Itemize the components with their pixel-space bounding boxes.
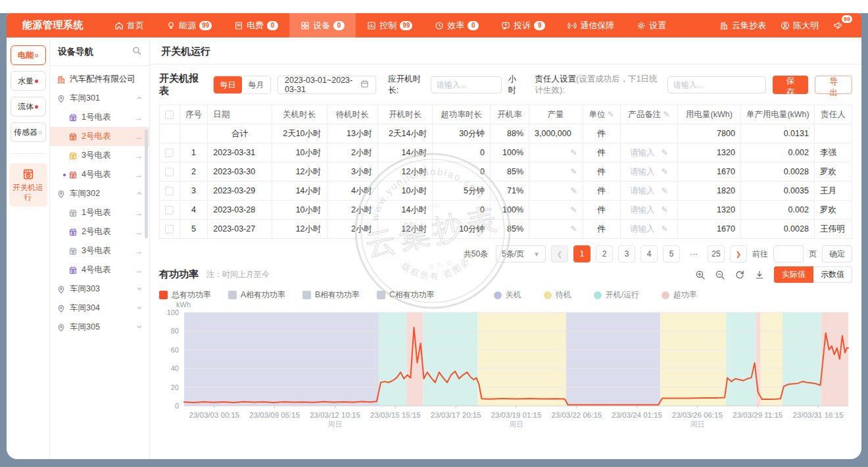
tree-meter-车间302-1号电表[interactable]: 1号电表→ [50,203,149,222]
page-ellipsis[interactable]: ··· [685,245,702,262]
page-button-2[interactable]: 2 [596,245,613,262]
sidebar-tab-传感器[interactable]: 传感器 [11,122,46,142]
tree-meter-车间302-3号电表[interactable]: 3号电表→ [50,241,149,260]
edit-icon[interactable]: ✎ [571,186,577,195]
row-checkbox[interactable] [165,206,174,214]
prev-page-button[interactable]: ❮ [551,245,568,262]
next-page-button[interactable]: ❯ [730,245,747,262]
goto-page-input[interactable] [773,245,804,262]
tree-meter-车间302-2号电表[interactable]: 2号电表→ [50,222,149,241]
legend-series-B相有功功率[interactable]: B相有功功率 [302,289,360,301]
arrow-right-icon[interactable]: → [135,170,143,180]
tree-group-车间302[interactable]: 车间302 [50,184,149,203]
user-entry[interactable]: 陈大明 [781,20,819,32]
tree-meter-车间301-4号电表[interactable]: 4号电表→ [50,165,149,184]
sidebar-item-switch-run[interactable]: 开关机运行 [9,163,47,207]
summary-row: 合计2天10小时13小时2天14小时30分钟88%3,000,000件78000… [160,124,852,143]
row-checkbox[interactable] [165,187,174,195]
nav-item-投诉[interactable]: 投诉9 [490,13,556,37]
row-checkbox[interactable] [165,149,174,157]
zoom-out-icon[interactable] [715,270,725,280]
sidebar-tab-电能[interactable]: 电能 [11,45,46,65]
arrow-right-icon[interactable]: → [135,266,143,275]
tree-meter-车间301-1号电表[interactable]: 1号电表→ [50,108,149,127]
cell-rate: 85% [491,162,529,182]
required-hours-input[interactable] [431,76,502,93]
actual-value-button[interactable]: 实际值 [774,266,813,283]
nav-item-设备[interactable]: 设备0 [289,13,356,37]
company-entry[interactable]: 云集抄表 [719,20,766,32]
page-button-1[interactable]: 1 [573,245,591,262]
power-chart[interactable]: 020406080100kWh23/03/03 00:1523/03/09 05… [159,302,852,433]
nav-item-效率[interactable]: 效率0 [423,13,490,37]
edit-icon[interactable]: ✎ [661,110,669,119]
search-icon[interactable] [132,46,141,58]
nav-item-设置[interactable]: 设置 [625,13,677,37]
confirm-page-button[interactable]: 确定 [822,245,852,262]
arrow-right-icon[interactable]: → [135,247,143,256]
sidebar-tab-水量[interactable]: 水量 [11,71,46,91]
scrollbar-thumb[interactable] [145,130,148,238]
nav-item-能源[interactable]: 能源99 [155,13,223,37]
tree-company[interactable]: 汽车配件有限公司 [50,70,149,89]
legend-series-C相有功功率[interactable]: C相有功功率 [377,289,435,301]
legend-series-A相有功功率[interactable]: A相有功功率 [228,289,285,301]
export-button[interactable]: 导出 [815,76,852,94]
y-tick-label: 100 [167,308,179,316]
notifications-button[interactable]: 99 [833,20,844,30]
edit-icon[interactable]: ✎ [662,186,668,195]
page-size-select[interactable]: 5条/页▼ [496,245,546,262]
page-button-25[interactable]: 25 [708,245,725,262]
select-all-checkbox[interactable] [165,111,174,119]
nav-item-首页[interactable]: 首页 [103,13,155,37]
col-header-单产用电量(kWh): 单产用电量(kWh) [740,105,814,124]
zoom-in-icon[interactable] [695,270,706,280]
nav-item-控制[interactable]: 控制99 [356,13,423,37]
edit-icon[interactable]: ✎ [571,205,577,214]
edit-icon[interactable]: ✎ [662,205,668,214]
page-button-4[interactable]: 4 [640,245,658,262]
tree-meter-车间301-3号电表[interactable]: 3号电表→ [50,146,149,165]
edit-icon[interactable]: ✎ [662,167,668,176]
chart-band-超功率 [406,312,423,406]
nav-item-通信保障[interactable]: 通信保障 [556,13,625,37]
save-button[interactable]: 保存 [773,76,809,94]
arrow-right-icon[interactable]: → [135,151,143,160]
control-icon [367,21,376,30]
row-checkbox[interactable] [165,225,174,234]
cell-over: 30分钟 [433,124,491,143]
tree-meter-车间301-2号电表[interactable]: 2号电表→ [50,127,149,146]
daily-toggle-button[interactable]: 每日 [214,76,242,93]
cell-no-empty [180,124,208,143]
row-checkbox[interactable] [165,168,174,176]
arrow-right-icon[interactable]: → [135,209,143,218]
arrow-right-icon[interactable]: → [135,132,143,141]
arrow-right-icon[interactable]: → [135,113,143,122]
tree-meter-车间302-4号电表[interactable]: 4号电表→ [50,260,149,280]
sidebar-tab-流体[interactable]: 流体 [11,97,46,116]
tree-group-车间303[interactable]: 车间303 [50,280,149,299]
download-icon[interactable] [754,270,765,280]
edit-icon[interactable]: ✎ [662,224,668,234]
tree-group-车间301[interactable]: 车间301 [50,89,149,108]
reading-value-button[interactable]: 示数值 [813,266,852,283]
chart-band-待机 [761,312,783,406]
edit-icon[interactable]: ✎ [571,167,577,176]
date-range-picker[interactable]: 2023-03-01~2023-03-31 [277,76,376,94]
legend-series-总有功功率[interactable]: 总有功功率 [159,289,211,301]
arrow-right-icon[interactable]: → [135,228,143,237]
edit-icon[interactable]: ✎ [605,110,614,119]
restore-icon[interactable] [735,270,745,280]
page-button-3[interactable]: 3 [618,245,635,262]
page-button-5[interactable]: 5 [663,245,680,262]
tree-group-车间305[interactable]: 车间305 [50,318,149,337]
tree-group-车间304[interactable]: 车间304 [50,299,149,318]
owner-input[interactable] [667,76,766,93]
nav-item-电费[interactable]: 电费0 [223,13,289,37]
edit-icon[interactable]: ✎ [662,148,668,157]
nav-item-label: 通信保障 [580,20,614,32]
monthly-toggle-button[interactable]: 每月 [242,76,270,93]
edit-icon[interactable]: ✎ [571,148,577,157]
cell-unit: 件 [583,182,620,201]
edit-icon[interactable]: ✎ [571,224,577,234]
